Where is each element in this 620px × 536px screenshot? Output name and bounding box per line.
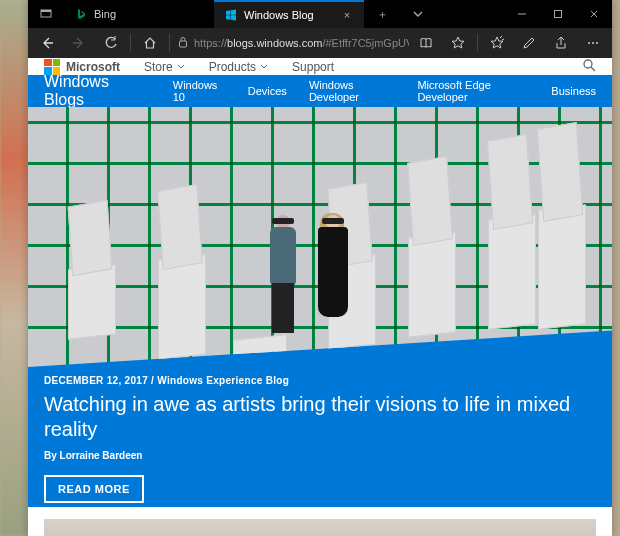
titlebar: Bing Windows Blog × ＋ xyxy=(28,0,612,28)
nav-store[interactable]: Store xyxy=(144,60,185,74)
lock-icon xyxy=(178,36,188,51)
desktop-background xyxy=(0,0,28,536)
blognav-windows10[interactable]: Windows 10 xyxy=(173,79,226,103)
tab-label: Windows Blog xyxy=(244,9,334,21)
hero-headline[interactable]: Watching in awe as artists bring their v… xyxy=(44,392,596,442)
site-search-button[interactable] xyxy=(582,58,596,75)
home-icon xyxy=(143,36,157,50)
search-icon xyxy=(582,58,596,72)
maximize-icon xyxy=(553,9,563,19)
favorite-button[interactable] xyxy=(443,29,473,57)
share-button[interactable] xyxy=(546,29,576,57)
blognav-business[interactable]: Business xyxy=(551,85,596,97)
tabs-dropdown-button[interactable] xyxy=(400,0,436,28)
arrow-right-icon xyxy=(72,36,86,50)
microsoft-logo-text: Microsoft xyxy=(66,60,120,74)
chevron-down-icon xyxy=(177,63,185,71)
blog-brand[interactable]: Windows Blogs xyxy=(44,73,141,109)
page-viewport: Microsoft Store Products Support Windows… xyxy=(28,58,612,536)
new-tab-button[interactable]: ＋ xyxy=(364,0,400,28)
ellipsis-icon xyxy=(586,36,600,50)
browser-window: Bing Windows Blog × ＋ xyxy=(28,0,612,536)
nav-forward-button[interactable] xyxy=(64,29,94,57)
more-button[interactable] xyxy=(578,29,608,57)
web-notes-button[interactable] xyxy=(514,29,544,57)
svg-rect-4 xyxy=(180,41,187,47)
svg-rect-3 xyxy=(555,11,562,18)
nav-products[interactable]: Products xyxy=(209,60,268,74)
minimize-icon xyxy=(517,9,527,19)
tab-preview-icon xyxy=(40,8,52,20)
nav-home-button[interactable] xyxy=(135,29,165,57)
blognav-edge-developer[interactable]: Microsoft Edge Developer xyxy=(417,79,529,103)
window-close-button[interactable] xyxy=(576,0,612,28)
hero-text: DECEMBER 12, 2017 / Windows Experience B… xyxy=(44,375,596,503)
hero-category-link[interactable]: Windows Experience Blog xyxy=(157,375,289,386)
arrow-left-icon xyxy=(40,36,54,50)
hero-author: Lorraine Bardeen xyxy=(60,450,143,461)
hero-image xyxy=(28,107,612,367)
nav-back-button[interactable] xyxy=(32,29,62,57)
svg-point-8 xyxy=(592,42,594,44)
nav-refresh-button[interactable] xyxy=(96,29,126,57)
hero-date: DECEMBER 12, 2017 xyxy=(44,375,148,386)
hero-meta: DECEMBER 12, 2017 / Windows Experience B… xyxy=(44,375,596,386)
star-burst-icon xyxy=(490,36,504,50)
close-icon xyxy=(589,9,599,19)
address-bar: https://blogs.windows.com/#Etffr7C5jmGpU… xyxy=(28,28,612,58)
window-minimize-button[interactable] xyxy=(504,0,540,28)
blog-subnav: Windows Blogs Windows 10 Devices Windows… xyxy=(28,75,612,107)
tab-close-button[interactable]: × xyxy=(340,9,354,21)
svg-line-5 xyxy=(500,36,502,38)
window-maximize-button[interactable] xyxy=(540,0,576,28)
favorites-hub-button[interactable] xyxy=(482,29,512,57)
blognav-windows-developer[interactable]: Windows Developer xyxy=(309,79,396,103)
chevron-down-icon xyxy=(260,63,268,71)
tab-bing[interactable]: Bing xyxy=(64,0,214,28)
svg-line-11 xyxy=(591,67,595,71)
hero-article: DECEMBER 12, 2017 / Windows Experience B… xyxy=(28,107,612,507)
windows-icon xyxy=(224,8,238,22)
refresh-icon xyxy=(104,36,118,50)
bing-icon xyxy=(74,7,88,21)
nav-support[interactable]: Support xyxy=(292,60,334,74)
tab-windows-blog[interactable]: Windows Blog × xyxy=(214,0,364,28)
svg-point-9 xyxy=(596,42,598,44)
read-more-button[interactable]: READ MORE xyxy=(44,475,144,503)
tab-label: Bing xyxy=(94,8,204,20)
url-text: https://blogs.windows.com/#Etffr7C5jmGpU… xyxy=(194,37,409,49)
star-icon xyxy=(451,36,465,50)
share-icon xyxy=(554,36,568,50)
blognav-devices[interactable]: Devices xyxy=(248,85,287,97)
svg-point-7 xyxy=(588,42,590,44)
svg-point-10 xyxy=(584,60,592,68)
svg-line-6 xyxy=(502,39,504,40)
book-icon xyxy=(419,36,433,50)
svg-rect-1 xyxy=(41,10,51,12)
chevron-down-icon xyxy=(413,9,423,19)
url-input[interactable]: https://blogs.windows.com/#Etffr7C5jmGpU… xyxy=(174,29,409,57)
tab-actions-button[interactable] xyxy=(28,0,64,28)
next-article-preview[interactable] xyxy=(44,517,596,536)
hero-byline: By Lorraine Bardeen xyxy=(44,450,596,461)
pen-icon xyxy=(522,36,536,50)
reading-view-button[interactable] xyxy=(411,29,441,57)
